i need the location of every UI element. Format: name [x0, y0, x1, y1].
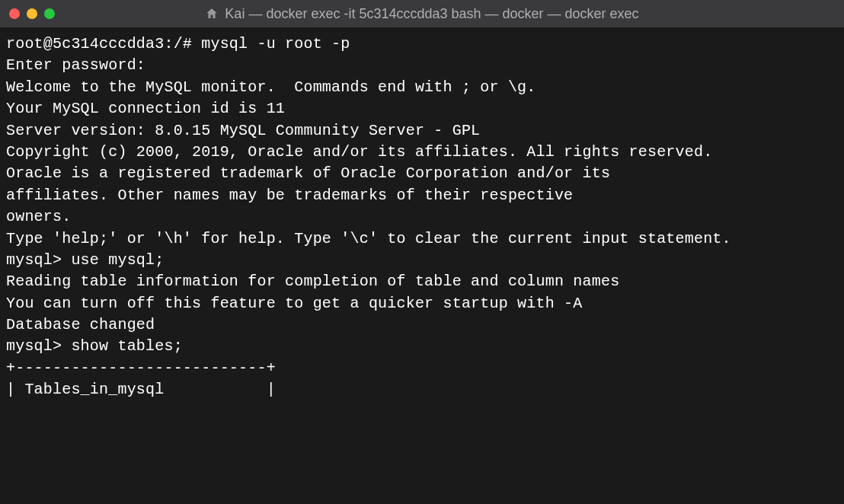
home-icon — [205, 7, 219, 21]
window-titlebar: Kai — docker exec -it 5c314cccdda3 bash … — [0, 0, 844, 27]
terminal-line: Reading table information for completion… — [6, 271, 838, 292]
terminal-line: Enter password: — [6, 55, 838, 76]
terminal-line: | Tables_in_mysql | — [6, 379, 838, 400]
terminal-line: Copyright (c) 2000, 2019, Oracle and/or … — [6, 142, 838, 163]
terminal-line: Server version: 8.0.15 MySQL Community S… — [6, 120, 838, 142]
traffic-lights — [9, 8, 55, 19]
terminal-line: Welcome to the MySQL monitor. Commands e… — [6, 77, 838, 98]
terminal-line: Oracle is a registered trademark of Orac… — [6, 163, 838, 184]
terminal-line: Database changed — [6, 314, 838, 336]
terminal-line: Type 'help;' or '\h' for help. Type '\c'… — [6, 228, 838, 250]
terminal-line: +---------------------------+ — [6, 358, 838, 379]
terminal-line: affiliates. Other names may be trademark… — [6, 185, 838, 206]
terminal-line: You can turn off this feature to get a q… — [6, 293, 838, 314]
terminal-line: mysql> show tables; — [6, 336, 838, 357]
maximize-window-button[interactable] — [44, 8, 55, 19]
terminal-line: root@5c314cccdda3:/# mysql -u root -p — [6, 33, 838, 55]
window-title-text: Kai — docker exec -it 5c314cccdda3 bash … — [225, 6, 638, 22]
minimize-window-button[interactable] — [27, 8, 37, 19]
terminal-line: mysql> use mysql; — [6, 250, 838, 271]
close-window-button[interactable] — [9, 8, 20, 19]
window-title-container: Kai — docker exec -it 5c314cccdda3 bash … — [0, 6, 844, 22]
terminal-line: owners. — [6, 206, 838, 228]
terminal-viewport[interactable]: root@5c314cccdda3:/# mysql -u root -p En… — [0, 27, 844, 407]
terminal-line: Your MySQL connection id is 11 — [6, 98, 838, 120]
